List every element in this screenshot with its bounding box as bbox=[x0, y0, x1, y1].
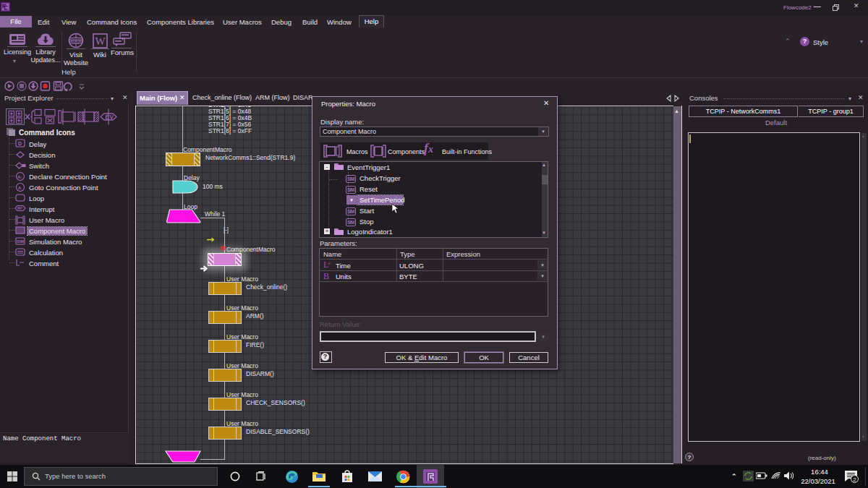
svg-text:A: A bbox=[18, 186, 22, 190]
svg-text:A:: A: bbox=[17, 175, 22, 179]
svg-text:WWW: WWW bbox=[70, 38, 82, 43]
svg-text:W: W bbox=[95, 35, 106, 47]
svg-text:EV: EV bbox=[106, 114, 114, 121]
svg-text:SIM: SIM bbox=[17, 239, 24, 244]
svg-text:2: 2 bbox=[853, 476, 856, 483]
svg-text:INT: INT bbox=[17, 207, 23, 210]
svg-text:D: D bbox=[18, 141, 22, 146]
